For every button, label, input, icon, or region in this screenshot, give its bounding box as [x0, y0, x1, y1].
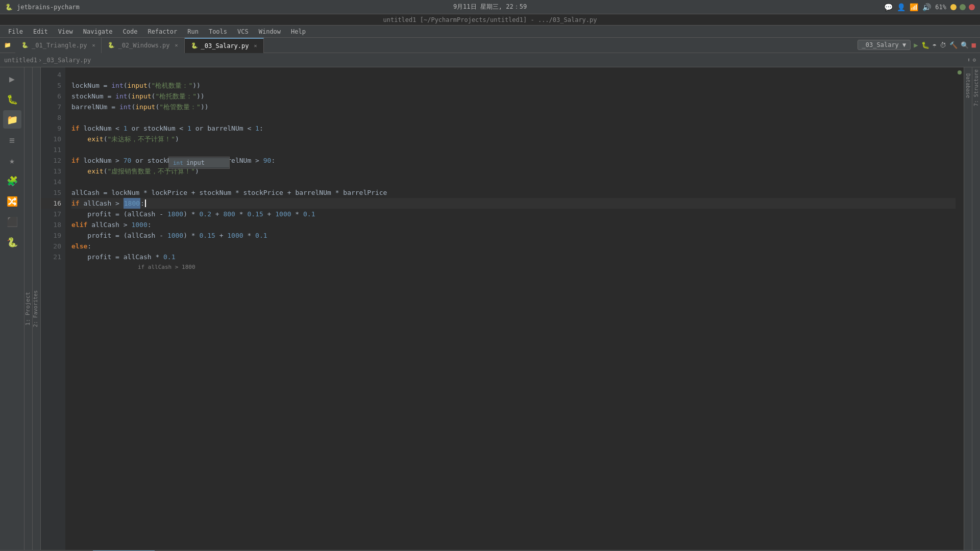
toolbar-right: ⬆ ⚙: [967, 57, 976, 63]
inline-hint: if allCash > 1800: [71, 262, 955, 271]
code-line-7: barrelNUm = int(input("枪管数量：")): [71, 102, 955, 112]
tab-close-triangle[interactable]: ✕: [92, 42, 95, 48]
build-button[interactable]: 🔨: [949, 41, 958, 49]
code-line-10: ____exit("未达标，不予计算！"): [71, 134, 955, 144]
code-line-6: stockNum = int(input("枪托数量：")): [71, 91, 955, 102]
user-icon: 👤: [897, 3, 905, 11]
menu-vcs[interactable]: VCS: [233, 27, 253, 36]
completion-tooltip: int input: [168, 157, 230, 169]
settings-icon[interactable]: ⚙: [972, 57, 976, 63]
code-line-21: ____profit = allCash * 0.1: [71, 252, 955, 262]
debug-button[interactable]: 🐛: [921, 41, 929, 49]
python-icon-3: 🐍: [191, 42, 198, 49]
breadcrumb: 📁: [2, 42, 11, 48]
file-breadcrumb: untitled1 › _03_Salary.py: [4, 57, 91, 64]
python-icon-2: 🐍: [108, 42, 115, 48]
menu-help[interactable]: Help: [287, 27, 310, 36]
left-sidebar: ▶ 🐛 📁 ≡ ★ 🧩 🔀 ⬛ 🐍: [0, 67, 24, 550]
menu-navigate[interactable]: Navigate: [79, 27, 117, 36]
menubar: File Edit View Navigate Code Refactor Ru…: [0, 26, 980, 38]
network-icon: 📶: [910, 3, 918, 11]
code-line-17: ____profit = (allCash - 1800) * 0.2 + 80…: [71, 209, 955, 219]
code-line-9: if lockNum < 1 or stockNum < 1 or barrel…: [71, 123, 955, 134]
editor: 4 5 6 7 8 9 10 11 12 13 14 15 16 17 18 1…: [41, 67, 972, 550]
project-label[interactable]: 1: Project: [24, 292, 31, 325]
editor-gutter-right: [955, 67, 964, 550]
battery: 61%: [935, 4, 946, 11]
status-dot-green: [958, 70, 962, 74]
line-numbers: 4 5 6 7 8 9 10 11 12 13 14 15 16 17 18 1…: [41, 67, 65, 550]
close-button[interactable]: [969, 4, 975, 10]
sidebar-run-icon[interactable]: ▶: [3, 69, 21, 88]
toolbar2: untitled1 › _03_Salary.py ⬆ ⚙: [0, 53, 980, 67]
tab-windows[interactable]: 🐍 _02_Windows.py ✕: [102, 38, 184, 53]
favorites-label[interactable]: 2: Favorites: [33, 290, 38, 327]
favorites-panel: 2: Favorites: [33, 67, 41, 550]
chat-icon: 💬: [884, 3, 893, 11]
code-line-16: if allCash > 1800:: [71, 198, 955, 209]
project-panel: 1: Project: [24, 67, 33, 550]
sidebar-git-icon[interactable]: 🔀: [3, 192, 21, 210]
code-line-14: [71, 177, 955, 187]
system-topbar: 🐍 jetbrains-pycharm 9月11日 星期三, 22：59 💬 👤…: [0, 0, 980, 14]
completion-item-input[interactable]: int input: [169, 158, 229, 167]
editor-tabbar: 📁 🐍 _01_Triangle.py ✕ 🐍 _02_Windows.py ✕…: [0, 38, 980, 53]
tab-close-salary[interactable]: ✕: [254, 43, 257, 48]
sidebar-terminal-icon[interactable]: ⬛: [3, 212, 21, 231]
code-line-8: [71, 112, 955, 123]
menu-run[interactable]: Run: [183, 27, 203, 36]
run-config-dropdown[interactable]: _03_Salary ▼: [857, 40, 911, 50]
git-icon[interactable]: ⬆: [967, 57, 971, 63]
run-controls: _03_Salary ▼ ▶ 🐛 ☂ ⏱ 🔨 🔍 ■: [857, 40, 976, 50]
structure-panel: 7: Structure: [972, 67, 980, 550]
window-controls: [950, 4, 975, 10]
sidebar-structure-icon[interactable]: ≡: [3, 131, 21, 149]
coverage-button[interactable]: ☂: [933, 41, 937, 49]
menu-tools[interactable]: Tools: [205, 27, 231, 36]
python-icon: 🐍: [21, 42, 29, 48]
minimize-button[interactable]: [950, 4, 957, 10]
tab-triangle[interactable]: 🐍 _01_Triangle.py ✕: [15, 38, 102, 53]
right-sidebar: Database: [964, 67, 972, 550]
topbar-right: 💬 👤 📶 🔊 61%: [884, 3, 975, 11]
sidebar-plugins-icon[interactable]: 🧩: [3, 171, 21, 190]
menu-code[interactable]: Code: [119, 27, 142, 36]
menu-refactor[interactable]: Refactor: [143, 27, 181, 36]
run-button[interactable]: ▶: [914, 41, 918, 49]
code-line-20: else:: [71, 241, 955, 252]
code-line-11: [71, 144, 955, 155]
sidebar-python-icon[interactable]: 🐍: [3, 233, 21, 251]
main-area: ▶ 🐛 📁 ≡ ★ 🧩 🔀 ⬛ 🐍 1: Project 2: Favorite…: [0, 67, 980, 550]
tab-salary[interactable]: 🐍 _03_Salary.py ✕: [185, 38, 264, 53]
code-line-18: elif allCash > 1000:: [71, 219, 955, 230]
stop-button[interactable]: ■: [972, 41, 976, 49]
volume-icon: 🔊: [922, 3, 931, 11]
sidebar-debug-icon[interactable]: 🐛: [3, 90, 21, 108]
profile-button[interactable]: ⏱: [940, 41, 946, 49]
menu-edit[interactable]: Edit: [29, 27, 52, 36]
structure-label[interactable]: 7: Structure: [973, 69, 979, 106]
code-area[interactable]: lockNum = int(input("枪机数量：")) stockNum =…: [65, 67, 955, 550]
title-bar: untitled1 [~/PycharmProjects/untitled1] …: [0, 14, 980, 26]
code-line-5: lockNum = int(input("枪机数量：")): [71, 80, 955, 91]
menu-window[interactable]: Window: [255, 27, 285, 36]
code-line-19: ____profit = (allCash - 1000) * 0.15 + 1…: [71, 230, 955, 241]
db-tab[interactable]: Database: [964, 71, 972, 100]
inspect-button[interactable]: 🔍: [961, 41, 969, 49]
topbar-left: 🐍 jetbrains-pycharm: [5, 4, 80, 11]
tab-close-windows[interactable]: ✕: [175, 42, 178, 48]
menu-file[interactable]: File: [4, 27, 27, 36]
topbar-datetime: 9月11日 星期三, 22：59: [453, 3, 527, 11]
sidebar-favorites-icon[interactable]: ★: [3, 151, 21, 169]
sidebar-project-icon[interactable]: 📁: [3, 110, 21, 129]
app-name[interactable]: jetbrains-pycharm: [17, 4, 80, 11]
window-title: untitled1 [~/PycharmProjects/untitled1] …: [383, 16, 597, 23]
right-sidebar-tabs: Database: [964, 67, 972, 100]
maximize-button[interactable]: [960, 4, 966, 10]
code-line-15: allCash = lockNum * lockPrice + stockNum…: [71, 187, 955, 198]
activities-button[interactable]: 🐍: [5, 4, 13, 11]
code-line-4: [71, 69, 955, 80]
menu-view[interactable]: View: [54, 27, 77, 36]
